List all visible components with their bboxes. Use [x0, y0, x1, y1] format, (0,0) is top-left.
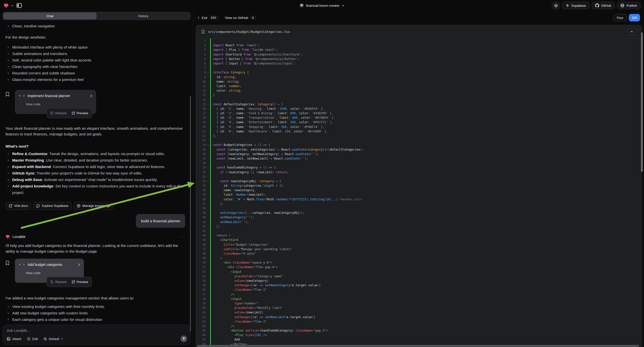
tab-chat[interactable]: Chat	[3, 12, 96, 20]
restore-button[interactable]: Restore	[50, 279, 67, 285]
code-line: 39 setCategories([...categories, newCate…	[196, 210, 642, 215]
restore-preview-toolbar: Restore Preview	[46, 108, 92, 118]
project-title: financial-future-creator	[306, 4, 340, 8]
mode-selector[interactable]: Default	[43, 337, 63, 341]
quick-action-row: Visit docs Explore Supabase Manage knowl…	[6, 202, 185, 210]
lovable-logo-heart-icon[interactable]	[4, 3, 9, 8]
step-label: GitHub Sync	[12, 171, 34, 175]
visit-docs-button[interactable]: Visit docs	[6, 202, 31, 210]
step-text: : Tweak the design, animations, and layo…	[47, 152, 165, 156]
code-line: 36 color: '#' + Math.floor(Math.random()…	[196, 197, 642, 202]
code-lines[interactable]: 12import React from 'react';3import { Pl…	[196, 38, 642, 346]
chevron-left-icon	[198, 16, 200, 19]
edit-button[interactable]: Edit	[27, 337, 38, 341]
code-line: 66 <Plus size={16} />	[196, 333, 642, 337]
arrow-up-icon	[182, 337, 185, 340]
prompt-composer: Attach Edit Default	[2, 324, 191, 345]
chat-scrollbar[interactable]	[190, 96, 191, 332]
code-horizontal-scrollbar[interactable]	[197, 345, 639, 347]
code-line: 26 const [newCategory, setNewCategory] =…	[196, 152, 642, 156]
code-line: 2import React from 'react';	[196, 43, 642, 48]
code-line: 23	[196, 138, 642, 143]
code-line: 67 Add	[196, 337, 642, 342]
code-line: 16 { id: '1', name: 'Housing', limit: 15…	[196, 106, 642, 111]
sidebar-toggle-icon[interactable]	[16, 2, 23, 9]
code-line: 50 <div className="space-y-6">	[196, 260, 642, 265]
file-header[interactable]: src/components/budget/BudgetCategories.t…	[196, 25, 642, 38]
send-button[interactable]	[180, 336, 187, 342]
code-line: 34 name: newCategory,	[196, 188, 642, 192]
code-line: 3import { Plus } from 'lucide-react';	[196, 48, 642, 52]
code-line: 20 { id: '5', name: 'Shopping', limit: 2…	[196, 125, 642, 129]
publish-label: Publish	[626, 4, 637, 8]
supabase-button[interactable]: Supabase	[562, 2, 590, 9]
version-title: Add budget categories	[28, 262, 62, 268]
manage-knowledge-button[interactable]: Manage knowledge	[74, 202, 114, 210]
assistant-header: Lovable ···	[6, 234, 185, 240]
added-paragraph: I've added a new budget categories manag…	[6, 295, 185, 301]
code-icon: < >	[19, 93, 25, 99]
code-line: 57 />	[196, 292, 642, 297]
code-line: 44 return (	[196, 233, 642, 238]
supabase-label: Supabase	[571, 4, 586, 8]
view-on-github-button[interactable]: View on GitHub G	[225, 16, 256, 20]
version-card-2-wrap: < > Add budget categories View code Rest…	[15, 259, 185, 283]
chevron-right-icon	[78, 263, 80, 266]
step-label: Master Prompting	[12, 158, 44, 162]
attach-label: Attach	[12, 337, 22, 341]
code-editor-card: src/components/budget/BudgetCategories.t…	[196, 25, 642, 347]
version-title: Implement financial planner	[28, 93, 70, 99]
bookmark-icon[interactable]	[6, 260, 10, 265]
code-line: 10 name: string;	[196, 80, 642, 84]
view-on-github-label: View on GitHub	[225, 16, 248, 20]
project-switcher[interactable]: financial-future-creator	[300, 0, 344, 11]
code-line: 49 >	[196, 256, 642, 260]
chevron-right-icon	[90, 94, 92, 97]
mode-label: Default	[49, 337, 59, 341]
preview-button[interactable]: Preview	[72, 279, 88, 285]
restore-button[interactable]: Restore	[50, 110, 67, 116]
diff-toggle-button[interactable]: Diff	[629, 14, 640, 22]
logo-chevron-down-icon[interactable]	[11, 5, 14, 6]
publish-button[interactable]: Publish	[617, 2, 640, 9]
code-line: 40 setNewCategory('');	[196, 215, 642, 220]
next-steps-list: Refine & Customize: Tweak the design, an…	[6, 150, 185, 196]
restore-label: Restore	[55, 110, 67, 116]
code-line: 52 <Input	[196, 270, 642, 274]
code-line: 32∨ const newCategoryObj: Category = {	[196, 179, 642, 184]
code-line: 47 subtitle="Manage your spending limits…	[196, 247, 642, 252]
raw-toggle-button[interactable]: Raw	[614, 14, 627, 22]
bookmark-icon[interactable]	[6, 92, 10, 96]
view-code-link[interactable]: View code	[26, 270, 80, 276]
preview-button[interactable]: Preview	[72, 110, 88, 116]
chat-scroll-area[interactable]: Clean, intuitive navigation For the desi…	[0, 21, 191, 322]
code-line: 51 <div className="flex gap-4">	[196, 265, 642, 269]
collapse-file-button[interactable]	[627, 28, 636, 35]
view-code-link[interactable]: View code	[26, 101, 92, 107]
code-line: 35 limit: Number(newLimit),	[196, 192, 642, 197]
tab-history[interactable]: History	[96, 12, 190, 20]
visit-docs-label: Visit docs	[14, 203, 28, 208]
external-link-icon	[9, 204, 12, 208]
code-line: 14	[196, 97, 642, 102]
settings-button[interactable]	[552, 2, 560, 9]
file-added-icon	[202, 30, 205, 34]
list-item: Add project knowledge: Set key context o…	[6, 183, 185, 196]
explore-supabase-button[interactable]: Explore Supabase	[33, 202, 72, 210]
code-line: 37 };	[196, 202, 642, 206]
attach-button[interactable]: Attach	[7, 337, 22, 341]
code-line: 27 const [newLimit, setNewLimit] = React…	[196, 156, 642, 161]
list-item: Rounded corners and subtle shadows	[6, 70, 185, 76]
code-line: 9 id: string;	[196, 75, 642, 80]
code-line: 28	[196, 161, 642, 165]
prompt-input[interactable]	[7, 328, 186, 332]
edit-label: Edit	[32, 337, 38, 341]
code-vertical-scrollbar[interactable]	[641, 32, 643, 172]
preview-label: Preview	[77, 110, 88, 116]
step-text: : Activate our experimental “chat mode” …	[42, 178, 158, 182]
github-button[interactable]: GitHub	[592, 2, 615, 9]
design-bullet-list: Minimalist interface with plenty of whit…	[6, 44, 185, 83]
exit-button[interactable]: Exit ESC	[198, 16, 218, 20]
code-line: 64 />	[196, 324, 642, 328]
message-menu-icon[interactable]: ···	[180, 234, 185, 240]
